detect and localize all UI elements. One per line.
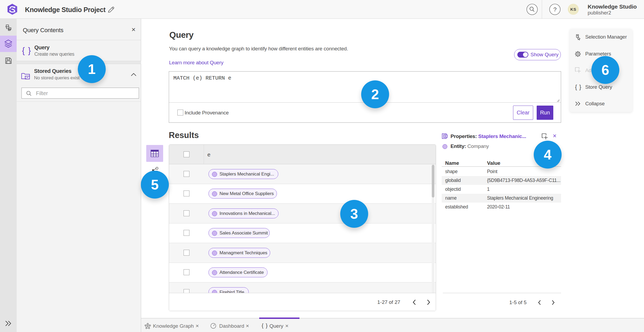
svg-text:?: ? <box>553 6 557 13</box>
